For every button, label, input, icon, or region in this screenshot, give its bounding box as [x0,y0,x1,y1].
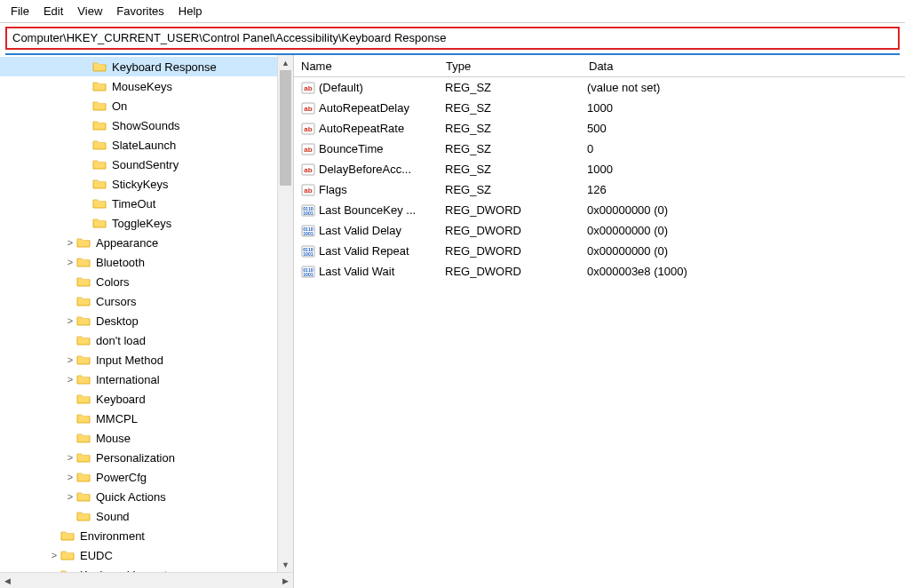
scroll-down-button[interactable]: ▼ [278,557,293,572]
tree-item[interactable]: >SoundSentry [0,155,293,174]
value-type: REG_SZ [438,81,580,94]
scroll-right-button[interactable]: ▶ [278,573,293,588]
tree-item[interactable]: >Keyboard [0,389,293,409]
tree-item[interactable]: >Quick Actions [0,487,293,506]
value-name: BounceTime [319,142,384,155]
tree-vertical-scrollbar[interactable]: ▲ ▼ [277,55,293,572]
svg-text:1001: 1001 [303,211,314,216]
tree-item-label: SoundSentry [110,158,180,171]
folder-icon [76,334,91,346]
expand-chevron-icon[interactable]: > [64,452,76,463]
tree-item[interactable]: >MouseKeys [0,76,293,96]
tree-item[interactable]: >Input Method [0,350,293,369]
value-row[interactable]: abAutoRepeatRateREG_SZ500 [294,118,905,139]
value-name-cell: abAutoRepeatDelay [294,101,438,115]
tree-item[interactable]: >don't load [0,330,293,350]
expand-chevron-icon[interactable]: > [64,237,76,248]
value-row[interactable]: 01101001Last Valid DelayREG_DWORD0x00000… [294,220,905,241]
svg-text:ab: ab [304,166,312,174]
tree-item-label: ToggleKeys [110,217,173,230]
value-row[interactable]: 01101001Last Valid RepeatREG_DWORD0x0000… [294,241,905,261]
tree-item[interactable]: >ShowSounds [0,115,293,135]
tree-item-label: Appearance [94,236,160,250]
value-data: (value not set) [580,81,905,94]
value-name-cell: ab(Default) [294,81,438,95]
svg-text:ab: ab [304,84,312,92]
address-bar[interactable]: Computer\HKEY_CURRENT_USER\Control Panel… [5,27,900,50]
expand-chevron-icon[interactable]: > [64,472,76,482]
folder-icon [76,314,91,327]
value-row[interactable]: 01101001Last BounceKey ...REG_DWORD0x000… [294,200,905,220]
menu-file[interactable]: File [5,3,35,20]
tree-pane: >Keyboard Response>MouseKeys>On>ShowSoun… [0,55,294,588]
tree-item[interactable]: >Cursors [0,291,293,311]
scroll-thumb[interactable] [280,70,291,186]
value-row[interactable]: abFlagsREG_SZ126 [294,179,905,200]
tree-item[interactable]: >SlateLaunch [0,135,293,155]
folder-icon [76,510,91,522]
expand-chevron-icon[interactable]: > [64,354,76,365]
tree-item-label: MouseKeys [110,80,174,93]
value-name-cell: 01101001Last Valid Wait [294,265,438,279]
expand-chevron-icon[interactable]: > [64,315,76,326]
tree-item-label: EUDC [78,549,115,562]
tree-item[interactable]: >Bluetooth [0,252,293,272]
expand-chevron-icon[interactable]: > [48,569,60,572]
tree-item[interactable]: >MMCPL [0,409,293,428]
expand-chevron-icon[interactable]: > [64,491,76,502]
folder-icon [76,490,91,503]
menu-favorites[interactable]: Favorites [111,3,169,20]
tree-item[interactable]: >Sound [0,506,293,526]
tree-item[interactable]: >Keyboard Response [0,57,293,76]
folder-icon [76,354,91,366]
value-type: REG_DWORD [438,203,580,217]
tree-item[interactable]: >Environment [0,526,293,545]
value-row[interactable]: abAutoRepeatDelayREG_SZ1000 [294,98,905,118]
value-row[interactable]: 01101001Last Valid WaitREG_DWORD0x000003… [294,261,905,282]
tree-item[interactable]: >StickyKeys [0,174,293,194]
expand-chevron-icon[interactable]: > [64,374,76,385]
tree-item[interactable]: >ToggleKeys [0,213,293,233]
column-data[interactable]: Data [582,60,905,73]
value-type: REG_DWORD [438,265,580,278]
value-row[interactable]: abBounceTimeREG_SZ0 [294,139,905,159]
menu-bar: FileEditViewFavoritesHelp [0,0,905,23]
svg-text:ab: ab [304,187,312,195]
expand-chevron-icon[interactable]: > [48,550,60,560]
scroll-track[interactable] [278,70,293,557]
column-name[interactable]: Name [294,60,439,73]
dword-value-icon: 01101001 [301,265,315,279]
tree-item[interactable]: >On [0,96,293,115]
value-type: REG_SZ [438,163,580,176]
scroll-left-button[interactable]: ◀ [0,573,15,588]
tree-item-label: Colors [94,275,131,289]
menu-help[interactable]: Help [173,3,208,20]
folder-icon [92,80,107,92]
tree-item-label: Mouse [94,432,132,445]
tree-item[interactable]: >PowerCfg [0,467,293,487]
expand-chevron-icon[interactable]: > [64,257,76,267]
value-data: 500 [580,122,905,135]
tree-item[interactable]: >EUDC [0,545,293,565]
tree-item[interactable]: >TimeOut [0,194,293,213]
tree-horizontal-scrollbar[interactable]: ◀ ▶ [0,572,293,588]
scroll-up-button[interactable]: ▲ [278,55,293,70]
menu-view[interactable]: View [72,3,107,20]
tree-item[interactable]: >Personalization [0,448,293,467]
value-row[interactable]: abDelayBeforeAcc...REG_SZ1000 [294,159,905,179]
tree-item-label: Keyboard Layout [78,568,169,573]
value-type: REG_SZ [438,122,580,135]
folder-icon [60,529,75,542]
column-type[interactable]: Type [439,60,582,73]
tree-item[interactable]: >Desktop [0,311,293,330]
tree-item-label: don't load [94,334,147,347]
tree-item[interactable]: >International [0,369,293,389]
tree-item[interactable]: >Mouse [0,428,293,448]
tree-item[interactable]: >Colors [0,272,293,291]
value-row[interactable]: ab(Default)REG_SZ(value not set) [294,77,905,98]
menu-edit[interactable]: Edit [38,3,68,20]
string-value-icon: ab [301,81,315,95]
tree-item[interactable]: >Keyboard Layout [0,565,293,572]
folder-icon [92,197,107,210]
tree-item[interactable]: >Appearance [0,233,293,252]
